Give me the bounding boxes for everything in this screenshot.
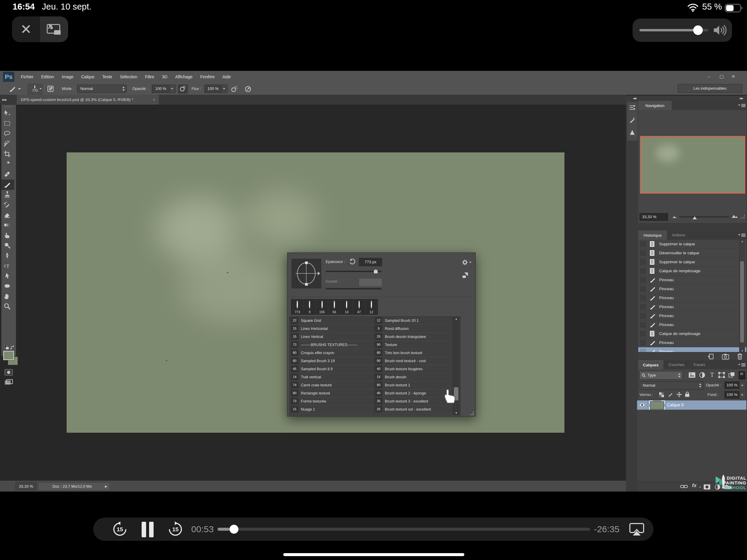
filter-shape-icon[interactable]: [718, 372, 725, 378]
menu-item[interactable]: Fichier: [17, 71, 37, 83]
history-step[interactable]: Pinceau: [638, 294, 746, 302]
history-snapshot-checkbox[interactable]: [640, 322, 646, 328]
tool-healing-brush[interactable]: [2, 170, 12, 179]
brush-size-input[interactable]: 773 px: [359, 258, 382, 266]
menu-item[interactable]: 3D: [158, 71, 171, 83]
lock-transparency-icon[interactable]: [659, 392, 664, 397]
brush-size-preset[interactable]: 47: [353, 300, 365, 314]
opacity-value[interactable]: 100 %: [152, 84, 170, 93]
link-layers-icon[interactable]: [680, 484, 688, 489]
size-slider[interactable]: [326, 271, 382, 273]
pause-button[interactable]: [139, 522, 157, 537]
history-snapshot-checkbox[interactable]: [640, 295, 646, 301]
brush-tool-dropdown-arrow[interactable]: [18, 88, 21, 91]
toolbar-grip[interactable]: [5, 106, 12, 108]
navigator-slider-knob[interactable]: [693, 214, 697, 219]
brush-preset-row[interactable]: 90 Texture: [374, 341, 453, 349]
flow-dropdown-button[interactable]: [221, 84, 228, 93]
brush-size-preset[interactable]: 12: [365, 300, 378, 314]
volume-track[interactable]: [639, 29, 708, 31]
volume-knob[interactable]: [693, 25, 703, 35]
history-step[interactable]: Pinceau: [638, 284, 746, 294]
brush-preset-row[interactable]: 25 Brush texturé sol - excellent: [374, 406, 453, 413]
menu-item[interactable]: Affichage: [171, 71, 196, 83]
tab-close-icon[interactable]: ×: [153, 95, 155, 105]
brush-preset-row[interactable]: 80 Très bon brush texturé: [374, 349, 453, 357]
brush-size-widget[interactable]: 773: [27, 84, 43, 95]
history-snapshot-checkbox[interactable]: [640, 277, 646, 283]
panel-icon-tool-presets[interactable]: [629, 117, 636, 123]
history-step[interactable]: Calque de remplissage: [638, 266, 746, 276]
panel-launcher-icon[interactable]: [462, 272, 468, 279]
tool-zoom[interactable]: [2, 302, 12, 311]
history-step[interactable]: Supprimer le calque: [638, 240, 746, 249]
tab-historique[interactable]: Historique: [638, 231, 667, 240]
airbrush-opacity-icon[interactable]: [178, 84, 188, 94]
brush-preset-row[interactable]: 12 Sampled Brush 20 1: [374, 317, 453, 325]
history-scrollbar[interactable]: ▲ ▼: [739, 240, 745, 353]
layer-thumbnail[interactable]: [650, 401, 664, 409]
tool-history-brush[interactable]: [2, 200, 12, 209]
brush-preset-row[interactable]: 90 Brush rond texturé - cool: [374, 357, 453, 365]
document-tab[interactable]: DPS-speed-custom brushs3.psd @ 33,3% (Ca…: [17, 95, 159, 105]
layer-filter-select[interactable]: Type: [639, 371, 682, 380]
layer-style-fx-button[interactable]: fx: [692, 483, 696, 489]
brush-size-preset[interactable]: 155: [316, 300, 328, 314]
history-snapshot-checkbox[interactable]: [640, 241, 646, 247]
brush-preset-row[interactable]: 9 Rond diffusion: [374, 325, 453, 333]
add-mask-icon[interactable]: [703, 484, 711, 490]
screen-mode-icon[interactable]: [4, 379, 13, 386]
history-snapshot-checkbox[interactable]: [640, 331, 646, 336]
close-video-button[interactable]: ✕: [12, 17, 40, 42]
tab-couches[interactable]: Couches: [665, 360, 689, 370]
brush-preset-row[interactable]: 40 Brush texturé 2 - éponge: [374, 389, 453, 398]
zoom-out-icon[interactable]: [672, 215, 677, 218]
menu-item[interactable]: Filtre: [141, 71, 158, 83]
brush-preset-row[interactable]: 45 Sampled Brush 8 9: [290, 365, 372, 373]
brush-size-preset[interactable]: 9: [304, 300, 316, 314]
tool-gradient[interactable]: [2, 220, 12, 230]
zoom-level-field[interactable]: 33,33 %: [16, 482, 36, 490]
airplay-button[interactable]: [629, 523, 645, 536]
history-step[interactable]: Pinceau: [638, 302, 746, 311]
tool-dodge[interactable]: [2, 240, 12, 250]
tool-eraser[interactable]: [2, 210, 12, 220]
history-step[interactable]: Pinceau: [638, 320, 746, 329]
window-maximize-button[interactable]: ▢: [720, 71, 724, 83]
doc-size-field[interactable]: Doc : 23,7 Mo/12,0 Mo ▶: [38, 482, 110, 490]
tool-path-select[interactable]: [2, 271, 12, 281]
menu-item[interactable]: Image: [58, 71, 77, 83]
brush-preset-row[interactable]: 80 Rectangle texturé: [290, 389, 372, 398]
collapse-panels-icon[interactable]: ◀◀: [633, 97, 636, 100]
panel-resize-grip[interactable]: [741, 214, 745, 218]
brush-preset-row[interactable]: 15 Brush dessin: [374, 373, 453, 381]
expand-panels-icon[interactable]: ▶▶: [740, 97, 743, 100]
status-popup-arrow[interactable]: ▶: [105, 483, 107, 490]
brush-preset-row[interactable]: 74 Carré craie texturé: [290, 381, 372, 389]
layer-opacity-value[interactable]: 100 %: [724, 381, 740, 389]
visibility-cell[interactable]: [637, 401, 647, 410]
layer-fill-dropdown[interactable]: [739, 391, 746, 399]
tool-clone-stamp[interactable]: [2, 190, 12, 199]
swap-colors-icon[interactable]: [10, 346, 15, 350]
brush-preset-row[interactable]: 15 Lines Horizontal: [290, 325, 372, 333]
skip-back-15-button[interactable]: 15: [112, 521, 128, 537]
tool-crop[interactable]: [2, 149, 12, 159]
picture-in-picture-button[interactable]: [47, 24, 61, 35]
history-snapshot-checkbox[interactable]: [640, 340, 646, 346]
menu-item[interactable]: Sélection: [116, 71, 141, 83]
history-snapshot-checkbox[interactable]: [640, 250, 646, 256]
history-step[interactable]: Pinceau: [638, 276, 746, 284]
brush-preset-row[interactable]: 80 Brush texturé 1: [374, 381, 453, 389]
lock-all-icon[interactable]: [685, 391, 690, 397]
history-snapshot-checkbox[interactable]: [640, 268, 646, 274]
history-panel-menu-icon[interactable]: [738, 233, 746, 237]
airbrush-icon[interactable]: [230, 85, 238, 93]
trash-icon[interactable]: [737, 353, 743, 360]
tool-lasso[interactable]: [2, 129, 12, 138]
filter-smart-object-icon[interactable]: [728, 372, 735, 378]
window-close-button[interactable]: ✕: [731, 71, 735, 83]
navigator-zoom-field[interactable]: 33,33 %: [639, 213, 668, 221]
skip-forward-15-button[interactable]: 15: [167, 521, 183, 537]
brush-preset-row[interactable]: 35 Brush texturé 3 - excellent: [374, 398, 453, 406]
